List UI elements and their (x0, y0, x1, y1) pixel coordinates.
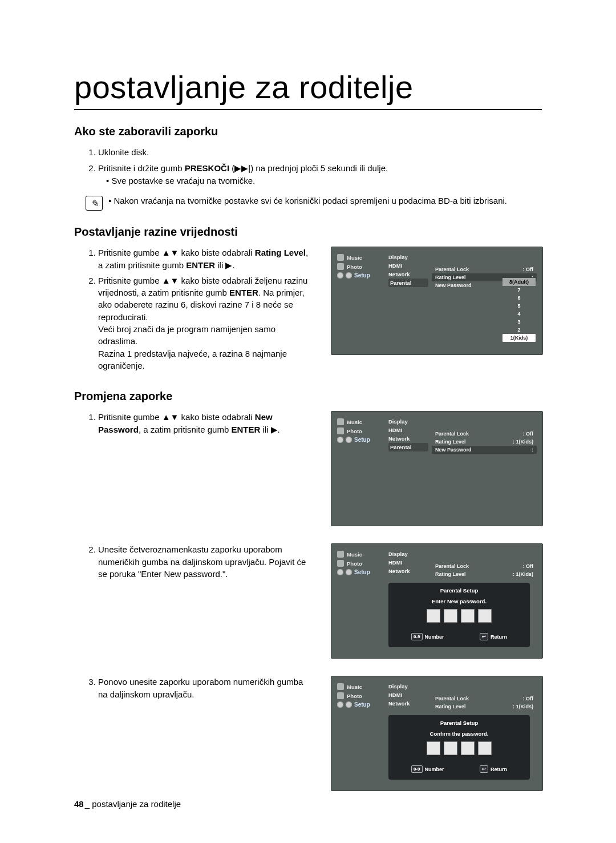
music-icon (337, 254, 344, 261)
tv-rating-level: Music Photo Setup Display HDMI Network P… (331, 247, 543, 355)
pw-digit[interactable] (444, 741, 457, 755)
gear-icon (346, 272, 352, 279)
pw-digit[interactable] (444, 609, 457, 623)
pw-digit[interactable] (427, 741, 440, 755)
gear-icon (337, 272, 343, 279)
pw-digit[interactable] (461, 609, 475, 623)
s2-step1: Pritisnite gumbe ▲▼ kako biste odabrali … (98, 247, 315, 271)
pw-digit[interactable] (478, 609, 492, 623)
photo-icon (337, 692, 344, 699)
s3-step1: Pritisnite gumbe ▲▼ kako biste odabrali … (98, 411, 315, 435)
pw-digit[interactable] (427, 609, 440, 623)
gear-icon (337, 701, 343, 708)
modal-number-hint: 0-9Number (411, 765, 444, 773)
music-icon (337, 551, 344, 558)
gear-icon (346, 437, 352, 443)
pw-digit[interactable] (478, 741, 492, 755)
s3-step2: Unesite četveroznamenkastu zaporku upora… (98, 543, 315, 580)
photo-icon (337, 560, 344, 567)
gear-icon (346, 569, 352, 575)
photo-icon (337, 263, 344, 270)
password-modal: Parental Setup Enter New password. 0-9Nu… (388, 583, 530, 647)
modal-return-hint: ↩Return (480, 765, 507, 773)
gear-icon (346, 701, 352, 708)
music-icon (337, 418, 344, 425)
note-icon: ✎ (86, 196, 103, 211)
page-footer: 48_ postavljanje za roditelje (74, 799, 181, 809)
s1-step1: Uklonite disk. (98, 146, 542, 159)
s1-step2: Pritisnite i držite gumb PRESKOČI (▶▶|) … (98, 162, 542, 187)
section2-heading: Postavljanje razine vrijednosti (74, 225, 542, 239)
gear-icon (337, 569, 343, 575)
page-title: postavljanje za roditelje (74, 68, 542, 110)
modal-return-hint: ↩Return (480, 633, 507, 640)
note-text: ▪ Nakon vraćanja na tvorničke postavke s… (108, 196, 542, 205)
modal-number-hint: 0-9Number (411, 633, 444, 640)
tv-confirm-password: Music Photo Setup Display HDMI Network P… (331, 676, 543, 791)
section3-heading: Promjena zaporke (74, 390, 542, 403)
section1-list: Uklonite disk. Pritisnite i držite gumb … (74, 146, 542, 187)
music-icon (337, 683, 344, 690)
tv-new-password: Music Photo Setup Display HDMI Network P… (331, 411, 543, 526)
s3-step3: Ponovo unesite zaporku uporabom numeričk… (98, 676, 315, 700)
pw-digit[interactable] (461, 741, 475, 755)
gear-icon (337, 437, 343, 443)
section1-heading: Ako ste zaboravili zaporku (74, 125, 542, 138)
s2-step2: Pritisnite gumbe ▲▼ kako biste odabrali … (98, 275, 315, 372)
photo-icon (337, 427, 344, 434)
tv-enter-password: Music Photo Setup Display HDMI Network P… (331, 543, 543, 659)
rating-dropdown[interactable]: 8(Adult) 7 6 5 4 3 2 1(Kids) (502, 278, 536, 342)
password-modal-confirm: Parental Setup Confirm the password. 0-9… (388, 715, 530, 780)
